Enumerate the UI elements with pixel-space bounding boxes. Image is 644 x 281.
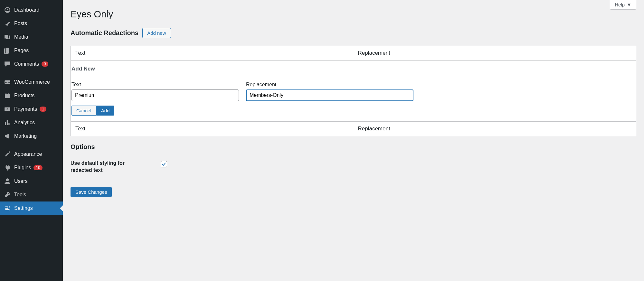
- sidebar-item-tools[interactable]: Tools: [0, 188, 63, 201]
- column-header-replacement: Replacement: [354, 46, 636, 61]
- sidebar-item-payments[interactable]: $ Payments 1: [0, 102, 63, 116]
- section-head-redactions: Automatic Redactions Add new: [71, 28, 636, 38]
- settings-icon: [4, 205, 11, 212]
- pages-icon: [4, 47, 11, 54]
- products-icon: [4, 92, 11, 99]
- sidebar-item-posts[interactable]: Posts: [0, 17, 63, 30]
- sidebar-item-label: Analytics: [14, 120, 35, 126]
- analytics-icon: [4, 119, 11, 126]
- sidebar-item-settings[interactable]: Settings: [0, 201, 63, 215]
- users-icon: [4, 178, 11, 185]
- column-footer-text: Text: [71, 122, 354, 136]
- sidebar-item-woocommerce[interactable]: woo WooCommerce: [0, 75, 63, 89]
- sidebar-item-comments[interactable]: Comments 3: [0, 57, 63, 71]
- save-changes-button[interactable]: Save Changes: [71, 187, 112, 197]
- option-row-default-styling: Use default styling for redacted text: [71, 160, 636, 174]
- tools-icon: [4, 191, 11, 198]
- replacement-input[interactable]: [246, 89, 413, 101]
- plugins-badge: 10: [33, 165, 42, 170]
- menu-separator: [0, 143, 63, 147]
- check-icon: [162, 162, 166, 166]
- sidebar-item-label: WooCommerce: [14, 79, 50, 85]
- option-label-default-styling: Use default styling for redacted text: [71, 160, 132, 174]
- payments-icon: $: [4, 106, 11, 113]
- replacement-field-label: Replacement: [246, 82, 413, 88]
- options-heading: Options: [71, 143, 636, 151]
- svg-text:woo: woo: [5, 81, 10, 84]
- sidebar-item-appearance[interactable]: Appearance: [0, 147, 63, 161]
- sidebar-item-label: Media: [14, 34, 28, 40]
- sidebar-item-label: Plugins: [14, 165, 31, 171]
- sidebar-item-label: Tools: [14, 192, 26, 198]
- sidebar-item-marketing[interactable]: Marketing: [0, 129, 63, 143]
- sidebar-item-media[interactable]: Media: [0, 30, 63, 44]
- sidebar-item-dashboard[interactable]: Dashboard: [0, 3, 63, 17]
- sidebar-item-label: Posts: [14, 21, 27, 26]
- admin-sidebar: Dashboard Posts Media Pages Comments 3 w…: [0, 0, 63, 281]
- sidebar-item-plugins[interactable]: Plugins 10: [0, 161, 63, 174]
- sidebar-item-label: Dashboard: [14, 7, 39, 13]
- sidebar-item-label: Pages: [14, 48, 29, 53]
- text-field-label: Text: [71, 82, 239, 88]
- svg-point-4: [6, 178, 9, 181]
- comments-badge: 3: [42, 61, 48, 67]
- default-styling-checkbox[interactable]: [161, 161, 167, 167]
- sidebar-item-label: Comments: [14, 61, 39, 67]
- sidebar-item-label: Payments: [14, 106, 37, 112]
- add-new-heading: Add New: [71, 66, 636, 72]
- sidebar-item-label: Products: [14, 93, 34, 98]
- svg-text:$: $: [7, 108, 8, 111]
- sidebar-item-label: Users: [14, 178, 28, 184]
- marketing-icon: [4, 133, 11, 140]
- sidebar-item-label: Marketing: [14, 133, 37, 139]
- text-input[interactable]: [71, 89, 239, 101]
- sidebar-item-label: Settings: [14, 205, 33, 211]
- page-title: Eyes Only: [71, 9, 636, 20]
- menu-separator: [0, 71, 63, 75]
- pin-icon: [4, 20, 11, 27]
- sidebar-item-pages[interactable]: Pages: [0, 44, 63, 57]
- help-tab[interactable]: Help ▼: [610, 0, 636, 10]
- dashboard-icon: [4, 6, 11, 14]
- media-icon: [4, 33, 11, 41]
- plugins-icon: [4, 164, 11, 171]
- comment-icon: [4, 61, 11, 68]
- appearance-icon: [4, 151, 11, 158]
- add-button[interactable]: Add: [96, 106, 115, 116]
- column-footer-replacement: Replacement: [354, 122, 636, 136]
- cancel-button[interactable]: Cancel: [71, 106, 96, 116]
- payments-badge: 1: [40, 107, 46, 112]
- sidebar-item-users[interactable]: Users: [0, 174, 63, 188]
- sidebar-item-label: Appearance: [14, 151, 42, 157]
- auto-redactions-heading: Automatic Redactions: [71, 29, 138, 37]
- add-new-button[interactable]: Add new: [142, 28, 171, 38]
- column-header-text: Text: [71, 46, 354, 61]
- help-label: Help: [615, 2, 625, 7]
- sidebar-item-analytics[interactable]: Analytics: [0, 116, 63, 129]
- redactions-table: Text Replacement Add New Text Replacemen…: [71, 46, 636, 136]
- sidebar-item-products[interactable]: Products: [0, 89, 63, 102]
- woo-icon: woo: [4, 79, 11, 86]
- chevron-down-icon: ▼: [627, 2, 631, 7]
- main-content: Help ▼ Eyes Only Automatic Redactions Ad…: [63, 0, 644, 281]
